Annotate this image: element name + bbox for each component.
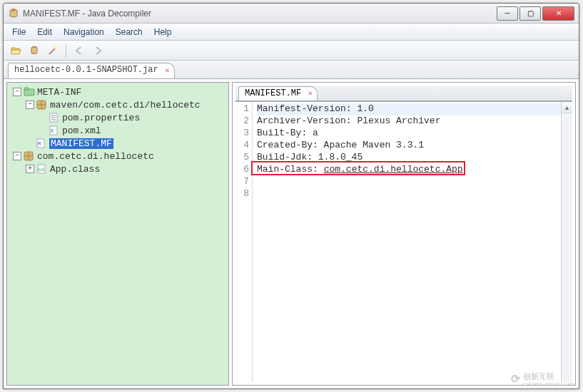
code-line bbox=[257, 188, 561, 200]
watermark-logo-icon: ⟳ bbox=[511, 372, 520, 386]
editor-tab-label: MANIFEST.MF bbox=[245, 88, 301, 98]
tab-close-icon[interactable]: ✕ bbox=[165, 66, 170, 75]
highlight-box bbox=[251, 161, 465, 175]
menu-file[interactable]: File bbox=[6, 25, 31, 39]
watermark-text: 创新互联 bbox=[523, 371, 574, 382]
menu-navigation[interactable]: Navigation bbox=[58, 25, 110, 39]
tree-node-app-class[interactable]: + 010 App.class bbox=[9, 163, 227, 175]
tree-node-maven[interactable]: − maven/com.cetc.di/hellocetc bbox=[9, 98, 227, 111]
watermark: ⟳ 创新互联 CHUANG XIN HU LIAN bbox=[511, 371, 574, 386]
tab-close-icon[interactable]: ✕ bbox=[308, 88, 313, 98]
window-title: MANIFEST.MF - Java Decompiler bbox=[23, 9, 495, 19]
expand-icon[interactable]: + bbox=[26, 165, 34, 173]
file-tabbar: hellocetc-0.0.1-SNAPSHOT.jar ✕ bbox=[4, 61, 579, 79]
jar-icon bbox=[8, 8, 19, 19]
svg-text:010: 010 bbox=[38, 168, 44, 172]
close-button[interactable]: ✕ bbox=[542, 6, 574, 21]
scroll-up-icon[interactable]: ▲ bbox=[562, 102, 572, 113]
file-tab-label: hellocetc-0.0.1-SNAPSHOT.jar bbox=[14, 65, 158, 75]
tree-node-pom-properties[interactable]: pom.properties bbox=[9, 111, 227, 124]
svg-rect-5 bbox=[24, 88, 29, 90]
tree-label: pom.properties bbox=[62, 113, 140, 123]
code-area[interactable]: Manifest-Version: 1.0 Archiver-Version: … bbox=[253, 102, 561, 382]
tree-node-meta-inf[interactable]: − META-INF bbox=[9, 86, 227, 98]
toolbar-separator bbox=[66, 43, 66, 58]
tree-node-manifest[interactable]: M MANIFEST.MF bbox=[9, 137, 227, 150]
tree-label: MANIFEST.MF bbox=[49, 138, 113, 149]
code-line: Built-By: a bbox=[257, 128, 561, 140]
folder-green-icon bbox=[24, 86, 35, 98]
file-tab[interactable]: hellocetc-0.0.1-SNAPSHOT.jar ✕ bbox=[8, 63, 175, 78]
wand-button[interactable] bbox=[45, 43, 61, 58]
jar-button[interactable] bbox=[26, 43, 42, 58]
manifest-file-icon: M bbox=[36, 138, 47, 149]
collapse-icon[interactable]: − bbox=[26, 100, 34, 109]
menu-help[interactable]: Help bbox=[148, 25, 178, 39]
editor-tab[interactable]: MANIFEST.MF ✕ bbox=[238, 86, 318, 100]
open-button[interactable] bbox=[8, 43, 24, 58]
toolbar bbox=[4, 41, 579, 61]
properties-file-icon bbox=[49, 112, 60, 123]
titlebar: MANIFEST.MF - Java Decompiler ─ ▢ ✕ bbox=[4, 4, 579, 24]
tree-node-pom-xml[interactable]: X pom.xml bbox=[9, 124, 227, 137]
package-icon bbox=[36, 99, 48, 110]
xml-file-icon: X bbox=[49, 125, 60, 136]
package-icon bbox=[24, 150, 35, 162]
menu-search[interactable]: Search bbox=[110, 25, 148, 39]
tree-pane: − META-INF − maven/com.cetc.di/hellocetc… bbox=[6, 82, 229, 386]
code-line bbox=[257, 176, 561, 188]
back-button bbox=[71, 43, 87, 58]
collapse-icon[interactable]: − bbox=[13, 152, 21, 160]
editor-pane: MANIFEST.MF ✕ 12345678 Manifest-Version:… bbox=[232, 82, 576, 386]
watermark-subtext: CHUANG XIN HU LIAN bbox=[523, 382, 574, 386]
menubar: File Edit Navigation Search Help bbox=[4, 24, 579, 41]
class-file-icon: 010 bbox=[36, 163, 48, 175]
line-gutter: 12345678 bbox=[235, 102, 253, 382]
collapse-icon[interactable]: − bbox=[13, 88, 21, 96]
tree-label: pom.xml bbox=[62, 125, 101, 136]
tree-label: META-INF bbox=[37, 87, 81, 98]
svg-text:M: M bbox=[38, 141, 41, 147]
editor-tabbar: MANIFEST.MF ✕ bbox=[235, 86, 572, 101]
minimize-button[interactable]: ─ bbox=[497, 6, 518, 21]
tree-node-com-cetc[interactable]: − com.cetc.di.hellocetc bbox=[9, 150, 227, 163]
svg-point-3 bbox=[54, 46, 57, 49]
code-line: Archiver-Version: Plexus Archiver bbox=[257, 115, 561, 128]
code-line: Manifest-Version: 1.0 bbox=[257, 103, 561, 115]
tree-label: maven/com.cetc.di/hellocetc bbox=[50, 100, 201, 110]
code-line: Created-By: Apache Maven 3.3.1 bbox=[257, 140, 561, 152]
maximize-button[interactable]: ▢ bbox=[519, 6, 541, 21]
forward-button bbox=[90, 43, 106, 58]
vertical-scrollbar[interactable]: ▲ bbox=[561, 102, 572, 382]
tree-label: com.cetc.di.hellocetc bbox=[37, 151, 154, 162]
menu-edit[interactable]: Edit bbox=[31, 25, 58, 39]
tree-label: App.class bbox=[50, 164, 100, 175]
